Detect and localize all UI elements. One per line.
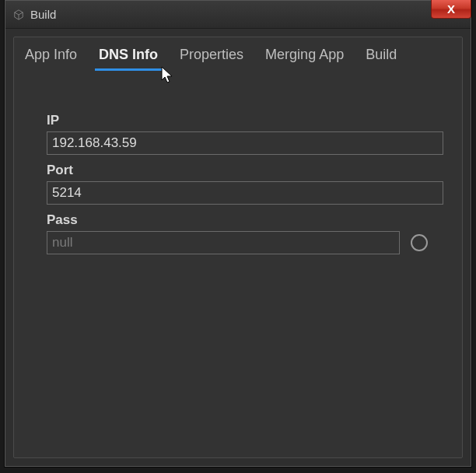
close-icon: X [447, 2, 455, 16]
port-row: Port [47, 163, 429, 205]
pass-row [47, 231, 429, 254]
pass-row-container: Pass [47, 212, 429, 254]
tab-dns-info[interactable]: DNS Info [97, 45, 159, 69]
tab-label: DNS Info [99, 47, 158, 62]
content-panel: App Info DNS Info Properties Merging App… [13, 37, 463, 458]
ip-input[interactable] [47, 131, 443, 155]
ip-label: IP [47, 113, 429, 128]
tab-properties[interactable]: Properties [178, 45, 245, 69]
ip-row: IP [47, 113, 429, 155]
pass-input[interactable] [47, 231, 400, 254]
tab-label: Merging App [265, 47, 344, 62]
titlebar[interactable]: Build X [5, 1, 471, 29]
pass-label: Pass [47, 212, 429, 228]
window-title: Build [30, 8, 56, 21]
tab-label: Build [366, 47, 397, 62]
tab-bar: App Info DNS Info Properties Merging App… [14, 37, 462, 69]
build-window: Build X App Info DNS Info Properties Mer… [5, 0, 471, 467]
pass-action-button[interactable] [411, 234, 428, 251]
close-button[interactable]: X [431, 0, 471, 19]
tab-app-info[interactable]: App Info [23, 45, 79, 69]
app-icon [13, 9, 24, 20]
tab-label: Properties [180, 47, 243, 62]
port-input[interactable] [47, 181, 443, 205]
tab-merging-app[interactable]: Merging App [264, 45, 345, 69]
tab-label: App Info [25, 47, 77, 62]
dns-info-form: IP Port Pass [14, 69, 462, 254]
port-label: Port [47, 163, 429, 178]
tab-build[interactable]: Build [364, 45, 398, 69]
